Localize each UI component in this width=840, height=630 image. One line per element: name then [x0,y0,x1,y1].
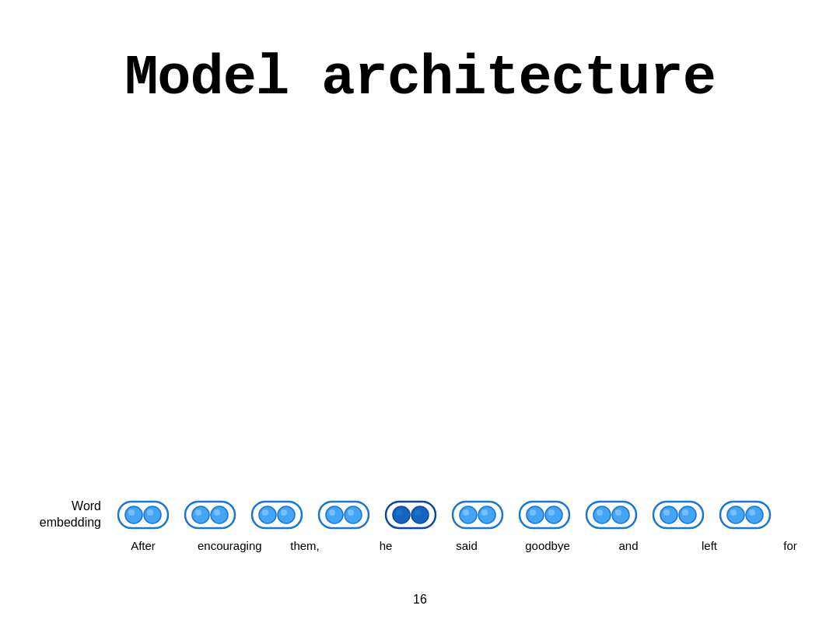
slide: Model architecture Word embedding Aftere… [0,0,840,630]
svg-point-18 [329,509,335,516]
svg-point-49 [749,509,755,516]
svg-point-17 [345,506,362,523]
token-embed-8 [652,500,705,530]
word-label-3: he [359,539,412,552]
svg-point-13 [262,509,268,516]
svg-point-4 [147,509,153,516]
svg-point-31 [527,506,544,523]
word-label-1: encouraging [198,539,250,552]
svg-point-43 [663,509,670,516]
page-title: Model architecture [0,0,840,110]
svg-point-16 [326,506,343,523]
svg-point-11 [259,506,276,523]
svg-point-12 [278,506,295,523]
svg-point-8 [195,509,201,516]
token-embed-0 [117,500,170,530]
token-embed-3 [317,500,370,530]
svg-point-28 [463,509,469,516]
token-embed-4 [384,500,437,530]
svg-point-38 [597,509,603,516]
svg-point-6 [192,506,209,523]
svg-point-44 [682,509,688,516]
label-line1: Word [72,499,101,515]
tokens-row [117,500,772,530]
word-label-6: and [602,539,655,552]
svg-point-3 [128,509,135,516]
embedding-label: Word embedding [31,499,101,531]
svg-point-27 [478,506,495,523]
word-label-2: them, [278,539,331,552]
svg-point-48 [730,509,737,516]
svg-point-36 [593,506,611,523]
svg-point-24 [415,509,421,516]
svg-point-2 [144,506,161,523]
svg-point-41 [660,506,677,523]
svg-point-21 [393,506,410,523]
svg-point-26 [460,506,477,523]
token-embed-9 [719,500,772,530]
svg-point-7 [211,506,228,523]
label-line2: embedding [40,515,101,531]
embedding-row: Word embedding [31,499,772,531]
token-embed-2 [250,500,303,530]
svg-point-29 [481,509,488,516]
words-row: Afterencouragingthem,hesaidgoodbyeandlef… [117,539,840,552]
svg-point-39 [615,509,621,516]
svg-point-9 [214,509,220,516]
svg-point-22 [411,506,429,523]
token-embed-1 [184,500,236,530]
word-label-4: said [440,539,493,552]
svg-point-33 [530,509,536,516]
word-label-5: goodbye [521,539,574,552]
token-embed-6 [518,500,571,530]
token-embed-7 [585,500,638,530]
svg-point-14 [281,509,287,516]
word-label-8: for [764,539,817,552]
page-number: 16 [413,593,427,607]
svg-point-32 [545,506,562,523]
svg-point-1 [125,506,142,523]
svg-point-37 [612,506,629,523]
word-label-7: left [683,539,736,552]
svg-point-47 [746,506,763,523]
token-embed-5 [451,500,504,530]
svg-point-46 [727,506,744,523]
svg-point-34 [548,509,555,516]
svg-point-42 [679,506,696,523]
svg-point-23 [396,509,402,516]
word-label-0: After [117,539,170,552]
svg-point-19 [348,509,354,516]
diagram-area: Word embedding Afterencouragingthem,hesa… [0,499,840,552]
